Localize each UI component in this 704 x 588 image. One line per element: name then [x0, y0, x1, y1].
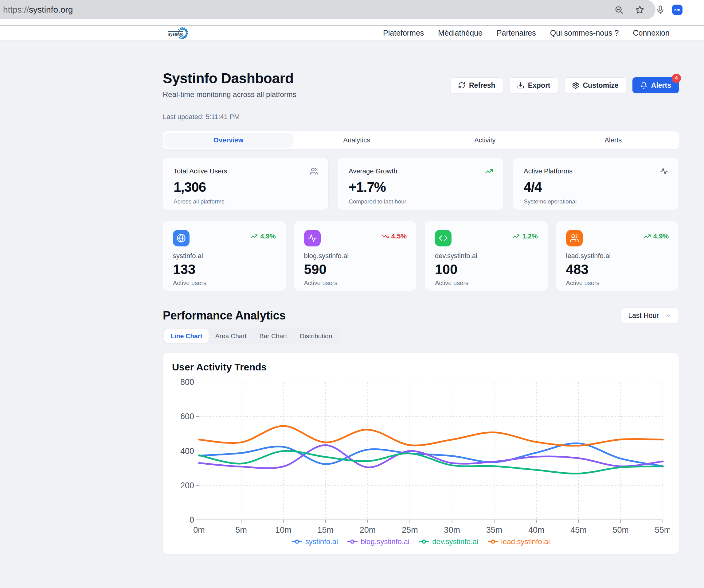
- legend-line-icon: [347, 539, 357, 544]
- tab-overview[interactable]: Overview: [164, 133, 293, 148]
- nav-partenaires[interactable]: Partenaires: [497, 28, 536, 38]
- line-chart-svg: 02004006008000m5m10m15m20m25m30m35m40m45…: [172, 378, 669, 536]
- legend-line-icon: [419, 539, 429, 544]
- platform-sub: Active users: [435, 279, 538, 287]
- legend-item-blog: blog.systinfo.ai: [347, 537, 409, 546]
- stat-label: Total Active Users: [174, 167, 227, 175]
- trending-up-icon: [644, 233, 651, 240]
- legend-line-icon: [292, 539, 302, 544]
- tab-activity[interactable]: Activity: [421, 133, 549, 148]
- stat-value: 1,306: [174, 180, 318, 195]
- chart-type-tabs: Line Chart Area Chart Bar Chart Distribu…: [163, 328, 340, 344]
- tab-alerts[interactable]: Alerts: [549, 133, 678, 148]
- stat-label: Active Platforms: [524, 167, 573, 175]
- browser-profile-avatar[interactable]: zm: [672, 5, 683, 15]
- platform-name: dev.systinfo.ai: [435, 252, 538, 260]
- trend-badge: 4.5%: [382, 232, 407, 240]
- activity-icon: [660, 167, 668, 175]
- page-subtitle: Real-time monitoring across all platform…: [163, 90, 296, 99]
- platform-card-dev: 1.2% dev.systinfo.ai 100 Active users: [425, 221, 548, 291]
- user-activity-chart-card: User Activity Trends 02004006008000m5m10…: [163, 353, 679, 554]
- users-icon: [566, 230, 583, 247]
- address-bar[interactable]: https://systinfo.org: [0, 0, 655, 19]
- legend-item-dev: dev.systinfo.ai: [419, 537, 478, 546]
- trend-badge: 4.9%: [644, 232, 669, 240]
- stat-card-average-growth: Average Growth +1.7% Compared to last ho…: [338, 158, 504, 210]
- svg-text:25m: 25m: [402, 525, 418, 535]
- platform-value: 590: [304, 262, 407, 277]
- chart-tab-bar[interactable]: Bar Chart: [253, 329, 293, 343]
- platform-card-lead: 4.9% lead.systinfo.ai 483 Active users: [556, 221, 679, 291]
- svg-text:600: 600: [180, 412, 194, 421]
- chart-tab-line[interactable]: Line Chart: [164, 329, 209, 343]
- series-line-lead.systinfo.ai: [199, 426, 663, 446]
- platform-sub: Active users: [304, 279, 407, 287]
- refresh-icon: [458, 82, 465, 89]
- legend-item-systinfo: systinfo.ai: [292, 537, 338, 546]
- chart-tab-distribution[interactable]: Distribution: [294, 329, 338, 343]
- site-header: systinfo Plateformes Médiathèque Partena…: [0, 26, 704, 41]
- stat-card-total-users: Total Active Users 1,306 Across all plat…: [163, 158, 329, 210]
- performance-analytics-title: Performance Analytics: [163, 309, 286, 322]
- svg-text:0m: 0m: [193, 525, 205, 535]
- refresh-button[interactable]: Refresh: [450, 77, 503, 93]
- nav-connexion[interactable]: Connexion: [633, 28, 669, 38]
- time-range-select[interactable]: Last Hour: [621, 308, 679, 323]
- svg-text:400: 400: [180, 447, 194, 456]
- bell-icon: [640, 82, 647, 89]
- platform-name: systinfo.ai: [173, 252, 276, 260]
- nav-qui-sommes-nous[interactable]: Qui sommes-nous ?: [550, 28, 619, 38]
- svg-text:30m: 30m: [444, 525, 460, 535]
- download-icon: [517, 82, 524, 89]
- browser-toolbar: https://systinfo.org zm: [0, 0, 704, 19]
- platform-cards-row: 4.9% systinfo.ai 133 Active users 4.5% b…: [163, 221, 679, 291]
- last-updated: Last updated: 5:11:41 PM: [163, 113, 679, 121]
- trending-down-icon: [382, 233, 389, 240]
- trend-badge: 4.9%: [250, 232, 276, 240]
- series-line-blog.systinfo.ai: [199, 445, 663, 468]
- chart-legend: systinfo.ai blog.systinfo.ai dev.systinf…: [172, 537, 669, 546]
- trend-badge: 1.2%: [512, 232, 537, 240]
- mic-icon[interactable]: [655, 5, 665, 15]
- page-title: Systinfo Dashboard: [163, 70, 296, 86]
- stats-row: Total Active Users 1,306 Across all plat…: [163, 158, 679, 210]
- svg-text:0: 0: [189, 515, 194, 524]
- alerts-button[interactable]: Alerts 4: [633, 77, 679, 93]
- legend-item-lead: lead.systinfo.ai: [488, 537, 550, 546]
- alerts-count-badge: 4: [672, 74, 681, 83]
- users-icon: [310, 167, 318, 175]
- section-tabs: Overview Analytics Activity Alerts: [163, 131, 679, 149]
- zoom-out-icon[interactable]: [614, 5, 624, 14]
- code-icon: [435, 230, 452, 247]
- stat-card-active-platforms: Active Platforms 4/4 Systems operational: [513, 158, 679, 210]
- customize-button[interactable]: Customize: [564, 77, 626, 93]
- svg-text:55m: 55m: [655, 525, 669, 535]
- stat-sub: Across all platforms: [174, 198, 318, 205]
- platform-value: 483: [566, 262, 669, 277]
- globe-icon: [173, 230, 189, 247]
- svg-text:200: 200: [180, 481, 194, 490]
- export-button[interactable]: Export: [509, 77, 558, 93]
- tab-analytics[interactable]: Analytics: [293, 133, 421, 148]
- dashboard-main: Systinfo Dashboard Real-time monitoring …: [163, 70, 679, 554]
- svg-text:10m: 10m: [275, 525, 292, 535]
- systinfo-logo[interactable]: systinfo: [170, 26, 190, 40]
- stat-label: Average Growth: [349, 167, 398, 175]
- svg-text:800: 800: [180, 378, 194, 387]
- trending-up-icon: [250, 233, 258, 240]
- star-icon[interactable]: [635, 5, 644, 14]
- platform-value: 100: [435, 262, 538, 277]
- trending-up-icon: [485, 167, 493, 175]
- platform-card-blog: 4.5% blog.systinfo.ai 590 Active users: [294, 221, 417, 291]
- nav-mediatheque[interactable]: Médiathèque: [438, 28, 482, 38]
- trending-up-icon: [512, 233, 520, 240]
- activity-icon: [304, 230, 321, 247]
- toolbar: Refresh Export Customize Alerts 4: [450, 77, 679, 93]
- gear-icon: [572, 82, 579, 89]
- chart-tab-area[interactable]: Area Chart: [209, 329, 253, 343]
- nav-plateformes[interactable]: Plateformes: [383, 28, 424, 38]
- chart-grid: [199, 382, 663, 520]
- svg-text:50m: 50m: [612, 525, 629, 535]
- stat-sub: Compared to last hour: [349, 198, 493, 205]
- chart-plot-area: 02004006008000m5m10m15m20m25m30m35m40m45…: [172, 378, 669, 536]
